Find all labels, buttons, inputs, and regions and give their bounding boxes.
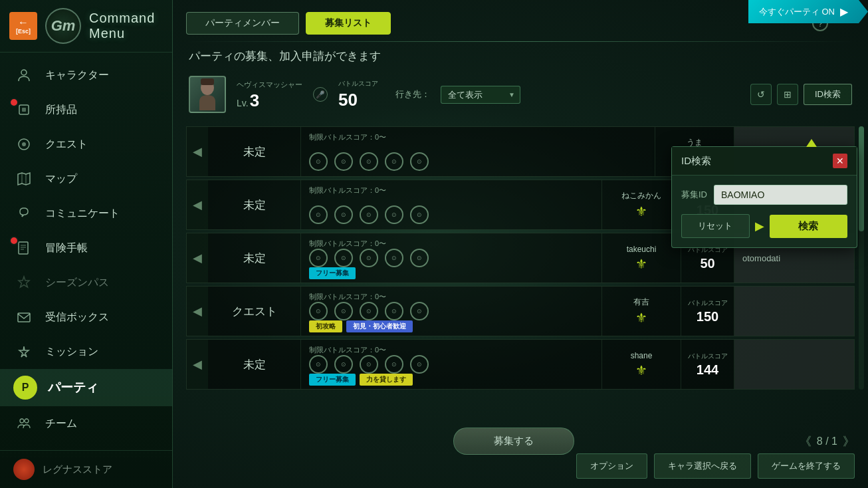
row-arrow[interactable]: ◀ xyxy=(187,287,208,336)
party-on-button[interactable]: 今すぐパーティ ON ▶ xyxy=(748,0,868,23)
party-list-row[interactable]: ◀未定制限バトルスコア：0〜⊙⊙⊙⊙⊙フリー募集力を貸しますshane⚜バトルス… xyxy=(186,339,855,390)
season-label: シーズンパス xyxy=(45,276,109,290)
recruit-button[interactable]: 募集する xyxy=(453,427,574,455)
dialog-id-input[interactable] xyxy=(714,185,847,205)
tab-recruit-list[interactable]: 募集リスト xyxy=(306,12,391,35)
prev-page-arrow[interactable]: 《 xyxy=(800,433,812,449)
slot-circle: ⊙ xyxy=(309,152,328,171)
sidebar-item-inbox[interactable]: 受信ボックス xyxy=(0,300,172,334)
store-button[interactable]: レグナスストア xyxy=(0,450,172,488)
slot-circle: ⊙ xyxy=(385,249,403,267)
character-row: ヘヴィスマッシャー Lv. 3 🎤 バトルスコア 50 行き先： 全て表示 エリ… xyxy=(186,72,855,117)
char-select-button[interactable]: キャラ選択へ戻る xyxy=(654,453,751,479)
row-arrow[interactable]: ◀ xyxy=(187,340,208,389)
party-list-row[interactable]: ◀クエスト制限バトルスコア：0〜⊙⊙⊙⊙⊙初攻略初見・初心者歓迎有吉⚜バトルスコ… xyxy=(186,286,855,336)
quest-label: クエスト xyxy=(45,138,88,152)
inbox-label: 受信ボックス xyxy=(45,310,109,324)
grid-button[interactable]: ⊞ xyxy=(777,84,798,105)
sidebar-item-map[interactable]: マップ xyxy=(0,162,172,196)
mic-button[interactable]: 🎤 xyxy=(313,87,328,102)
row-score-info: 制限バトルスコア：0〜 xyxy=(309,132,647,142)
refresh-button[interactable]: ↺ xyxy=(750,84,772,105)
sidebar-item-character[interactable]: キャラクター xyxy=(0,58,172,92)
sidebar-item-mission[interactable]: ミッション xyxy=(0,334,172,369)
dialog-title: ID検索 xyxy=(681,155,711,168)
dialog-header: ID検索 ✕ xyxy=(672,147,857,176)
sidebar-item-team[interactable]: チーム xyxy=(0,406,172,441)
slot-circle: ⊙ xyxy=(360,302,378,320)
character-portrait xyxy=(189,76,226,113)
character-label: キャラクター xyxy=(45,68,109,82)
row-host: shane⚜ xyxy=(601,340,681,389)
row-host: 有吉⚜ xyxy=(601,287,681,336)
row-arrow[interactable]: ◀ xyxy=(187,127,208,176)
row-score-info: 制限バトルスコア：0〜 xyxy=(309,239,594,249)
map-label: マップ xyxy=(45,172,77,186)
sidebar-title: Command Menu xyxy=(89,11,163,41)
team-icon xyxy=(13,413,35,434)
back-button[interactable]: ← [Esc] xyxy=(9,12,37,40)
sidebar-item-quest[interactable]: クエスト xyxy=(0,127,172,162)
host-name: shane xyxy=(631,351,653,360)
row-center: 制限バトルスコア：0〜⊙⊙⊙⊙⊙フリー募集力を貸します xyxy=(301,340,601,389)
row-circles: ⊙⊙⊙⊙⊙ xyxy=(309,302,594,320)
sidebar-item-adventure[interactable]: 冒険手帳 xyxy=(0,231,172,265)
slot-circle: ⊙ xyxy=(309,302,328,320)
row-host: ねこみかん⚜ xyxy=(601,180,681,229)
dialog-close-button[interactable]: ✕ xyxy=(833,154,847,168)
sidebar-item-season[interactable]: シーズンパス xyxy=(0,265,172,300)
slot-circle: ⊙ xyxy=(309,205,328,224)
row-score-info: 制限バトルスコア：0〜 xyxy=(309,345,594,355)
dest-select[interactable]: 全て表示 エリア1 エリア2 xyxy=(441,86,520,104)
dest-label: 行き先： xyxy=(395,88,430,100)
battle-score-label: バトルスコア xyxy=(338,79,378,88)
dialog-reset-button[interactable]: リセット xyxy=(681,214,750,238)
row-center: 制限バトルスコア：0〜⊙⊙⊙⊙⊙初攻略初見・初心者歓迎 xyxy=(301,287,601,336)
scrollbar-track[interactable] xyxy=(859,126,864,390)
page-info: 8 / 1 xyxy=(817,435,837,447)
battle-score-value: 50 xyxy=(700,256,714,271)
option-button[interactable]: オプション xyxy=(576,453,647,479)
sidebar: ← [Esc] Gm Command Menu キャラクター 所持品 xyxy=(0,0,173,488)
dialog-arrow-icon: ▶ xyxy=(755,219,764,233)
row-arrow[interactable]: ◀ xyxy=(187,233,208,283)
slot-circle: ⊙ xyxy=(360,355,378,374)
slot-circle: ⊙ xyxy=(385,152,403,171)
sidebar-item-inventory[interactable]: 所持品 xyxy=(0,92,172,127)
slot-circle: ⊙ xyxy=(410,152,429,171)
battle-score-section: バトルスコア 50 xyxy=(338,79,378,110)
inbox-icon xyxy=(13,306,35,328)
communicate-icon xyxy=(13,203,35,224)
slot-circle: ⊙ xyxy=(385,355,403,374)
tab-party-members[interactable]: パーティメンバー xyxy=(186,12,299,35)
store-label: レグナスストア xyxy=(43,463,112,476)
dialog-search-button[interactable]: 検索 xyxy=(770,215,847,238)
row-name: 未定 xyxy=(208,180,301,229)
mission-label: ミッション xyxy=(45,345,98,359)
slot-circle: ⊙ xyxy=(410,249,429,267)
host-name: ねこみかん xyxy=(621,190,661,201)
row-circles: ⊙⊙⊙⊙⊙ xyxy=(309,205,594,224)
sidebar-nav: キャラクター 所持品 クエスト マップ コミュニケート xyxy=(0,53,172,446)
sidebar-item-communicate[interactable]: コミュニケート xyxy=(0,196,172,231)
battle-score-label: バトルスコア xyxy=(688,299,728,308)
level-prefix: Lv. xyxy=(237,98,249,108)
next-page-arrow[interactable]: 》 xyxy=(843,433,855,449)
scrollbar-thumb[interactable] xyxy=(859,126,864,231)
slot-circle: ⊙ xyxy=(309,355,328,374)
svg-point-4 xyxy=(22,142,26,146)
row-arrow[interactable]: ◀ xyxy=(187,180,208,229)
host-name: takeuchi xyxy=(627,245,657,254)
row-host: takeuchi⚜ xyxy=(601,233,681,283)
sidebar-item-party[interactable]: P パーティ xyxy=(0,369,172,406)
id-search-button[interactable]: ID検索 xyxy=(804,84,852,105)
svg-point-15 xyxy=(20,419,24,423)
row-tag: 初攻略 xyxy=(309,320,342,332)
svg-rect-13 xyxy=(18,313,30,322)
svg-point-16 xyxy=(25,419,29,423)
row-tag: 初見・初心者歓迎 xyxy=(346,320,413,332)
slot-circle: ⊙ xyxy=(309,249,328,267)
exit-game-button[interactable]: ゲームを終了する xyxy=(758,453,855,479)
row-tags: フリー募集力を貸します xyxy=(309,374,594,386)
row-battle-score: バトルスコア144 xyxy=(681,340,734,389)
